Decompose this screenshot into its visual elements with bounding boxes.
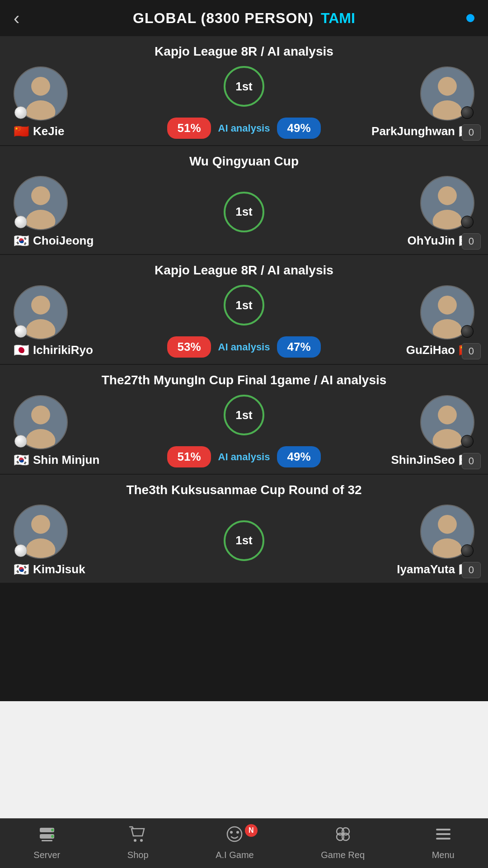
nav-game-req[interactable]: Game Req [321,825,365,860]
avatar-wrap-right [420,505,474,559]
player-name-right: ShinJinSeo [391,453,455,467]
flag-name-left: 🇯🇵 IchirikiRyo [14,343,93,357]
bottom-nav: Server Shop N A.I Game [0,818,488,868]
svg-point-4 [438,77,457,96]
match-card-2[interactable]: Wu Qingyuan Cup 🇰🇷 ChoiJeong [0,146,488,255]
flag-left: 🇰🇷 [14,563,29,576]
svg-point-19 [31,406,50,425]
svg-point-37 [227,827,242,841]
player-left: 🇰🇷 KimJisuk [9,505,117,576]
stone-black [461,216,474,228]
status-dot [466,14,474,22]
ai-badge: N [245,824,258,837]
ai-icon [225,825,244,847]
svg-point-28 [438,515,457,534]
pct-left: 51% [167,446,211,467]
player-left: 🇯🇵 IchirikiRyo [9,285,117,357]
svg-point-22 [438,406,457,425]
svg-point-35 [134,839,136,842]
svg-point-33 [51,835,54,838]
gamereq-icon [334,825,352,847]
player-name-right: GuZiHao [406,343,455,357]
match-center: 1st [117,192,371,232]
match-card-4[interactable]: The27th MyungIn Cup Final 1game / AI ana… [0,365,488,475]
match-card-5[interactable]: The3th Kuksusanmae Cup Round of 32 🇰🇷 [0,475,488,584]
flag-left: 🇨🇳 [14,125,29,138]
player-left: 🇰🇷 Shin Minjun [9,395,117,467]
svg-point-10 [438,186,457,205]
svg-point-13 [31,296,50,315]
match-title: Kapjo League 8R / AI analysis [9,44,479,59]
nav-menu[interactable]: Menu [432,825,455,860]
match-title: The3th Kuksusanmae Cup Round of 32 [9,483,479,497]
ai-label: AI analysis [218,341,270,353]
svg-point-25 [31,515,50,534]
match-body: 🇨🇳 KeJie 1st 51% AI analysis 49% [9,66,479,139]
avatar-wrap-left [14,395,68,449]
nav-menu-label: Menu [432,850,455,860]
pct-right: 47% [277,336,320,358]
avatar-wrap-left [14,285,68,340]
avatar-wrap-right [420,66,474,121]
stone-black [461,435,474,448]
ai-analysis-row: 51% AI analysis 49% [167,118,320,139]
player-name-left: ChoiJeong [33,234,94,248]
nav-ai-label: A.I Game [216,850,253,860]
stone-white [14,325,27,338]
score-badge: 0 [462,343,481,359]
nav-server[interactable]: Server [33,825,60,860]
score-badge: 0 [462,233,481,250]
match-card-3[interactable]: Kapjo League 8R / AI analysis 🇯🇵 I [0,255,488,365]
nav-shop-label: Shop [127,850,149,860]
stone-black [461,325,474,338]
svg-rect-46 [436,838,450,840]
avatar-wrap-left [14,176,68,230]
ai-analysis-row: 53% AI analysis 47% [167,336,320,358]
header-title: GLOBAL (8300 PERSON) [133,10,314,27]
nav-ai-game[interactable]: N A.I Game [216,825,253,860]
player-name-left: KimJisuk [33,562,85,576]
menu-icon [434,825,452,847]
match-body: 🇯🇵 IchirikiRyo 1st 53% AI analysis 47% [9,285,479,358]
svg-rect-34 [42,840,52,841]
pct-left: 51% [167,118,211,139]
back-button[interactable]: ‹ [14,8,19,28]
stone-black [461,544,474,557]
nav-shop[interactable]: Shop [127,825,149,860]
match-list: Kapjo League 8R / AI analysis 🇨🇳 K [0,36,488,701]
player-name-right: OhYuJin [408,234,455,248]
round-badge: 1st [224,192,264,232]
round-badge: 1st [224,395,264,435]
ai-label: AI analysis [218,451,270,463]
match-body: 🇰🇷 Shin Minjun 1st 51% AI analysis 49% [9,395,479,467]
player-name-right: ParkJunghwan [371,124,455,138]
svg-point-38 [230,831,233,834]
avatar-wrap-right [420,395,474,449]
nav-server-label: Server [33,850,60,860]
pct-left: 53% [167,336,211,358]
avatar-wrap-left [14,505,68,559]
match-body: 🇰🇷 KimJisuk 1st [9,505,479,576]
ai-analysis-row: 51% AI analysis 49% [167,446,320,467]
svg-point-32 [51,829,54,831]
match-body: 🇰🇷 ChoiJeong 1st [9,176,479,248]
svg-point-39 [236,831,239,834]
nav-gamereq-label: Game Req [321,850,365,860]
flag-name-left: 🇰🇷 KimJisuk [14,562,85,576]
round-badge: 1st [224,520,264,561]
stone-white [14,216,27,228]
svg-point-7 [31,186,50,205]
avatar-wrap-right [420,176,474,230]
svg-rect-45 [436,833,450,835]
ai-label: AI analysis [218,123,270,134]
match-card-1[interactable]: Kapjo League 8R / AI analysis 🇨🇳 K [0,36,488,146]
player-name-left: IchirikiRyo [33,343,93,357]
flag-left: 🇰🇷 [14,235,29,247]
pct-right: 49% [277,446,320,467]
avatar-wrap-left [14,66,68,121]
shop-icon [129,825,147,847]
stone-black [461,106,474,119]
pct-right: 49% [277,118,320,139]
svg-point-43 [342,833,349,840]
stone-white [14,435,27,448]
